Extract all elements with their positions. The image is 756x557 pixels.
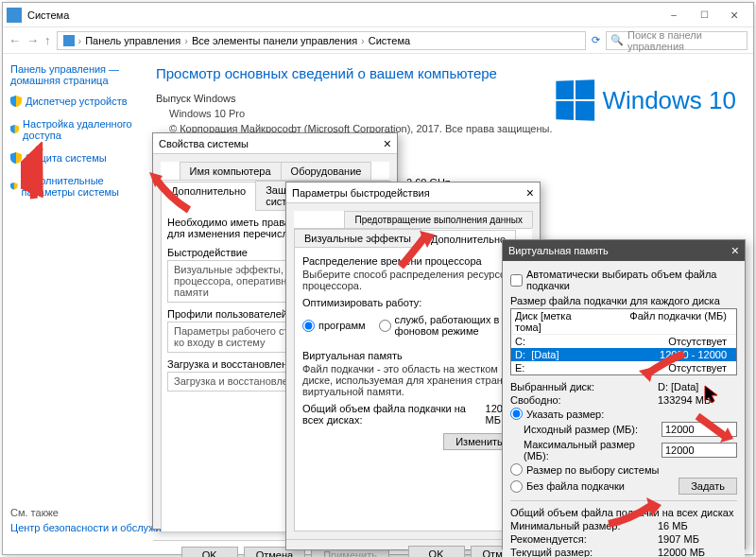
initial-label: Исходный размер (МБ): <box>524 424 656 435</box>
dialog-title: Свойства системы × <box>153 133 397 154</box>
close-button[interactable]: × <box>731 243 739 258</box>
windows-logo: Windows 10 <box>555 80 736 120</box>
monitor-icon <box>63 35 75 46</box>
free-label: Свободно: <box>510 394 652 406</box>
radio-label: Размер по выбору системы <box>526 464 659 476</box>
dialog-title: Параметры быстродействия × <box>286 183 540 203</box>
cur-value: 12000 МБ <box>658 547 705 557</box>
breadcrumb-item[interactable]: Система <box>369 35 410 46</box>
sidebar-item-remote[interactable]: Настройка удаленного доступа <box>10 114 137 145</box>
close-button[interactable]: × <box>526 185 534 200</box>
sidebar-link[interactable]: Диспетчер устройств <box>26 96 128 107</box>
disk-row[interactable]: C:Отсутствует <box>511 335 736 348</box>
disk-row[interactable]: D: [Data]12000 - 12000 <box>511 348 736 361</box>
search-placeholder: Поиск в панели управления <box>627 29 743 52</box>
radio-label: Указать размер: <box>526 409 604 420</box>
checkbox-label: Автоматически выбирать объем файла подка… <box>526 269 737 291</box>
rec-label: Рекомендуется: <box>510 533 652 545</box>
breadcrumb[interactable]: › Панель управления › Все элементы панел… <box>57 31 587 50</box>
shield-icon <box>10 96 22 107</box>
radio-none[interactable]: Без файла подкачки <box>510 480 679 493</box>
sched-label: Распределение времени процессора <box>302 255 524 267</box>
page-title: Просмотр основных сведений о вашем компь… <box>156 65 742 81</box>
sidebar-link[interactable]: Дополнительные параметры системы <box>22 175 137 198</box>
search-icon: 🔍 <box>610 34 624 46</box>
shield-icon <box>10 181 18 192</box>
col-page: Файл подкачки (МБ) <box>600 310 732 333</box>
virtual-memory-dialog: Виртуальная память × Автоматически выбир… <box>502 239 746 549</box>
rec-value: 1907 МБ <box>658 533 699 545</box>
sched-desc: Выберите способ распределения ресурсов п… <box>302 269 524 291</box>
radio-label: Без файла подкачки <box>526 480 625 492</box>
dialog-title-text: Виртуальная память <box>508 245 609 256</box>
toolbar: ← → ↑ › Панель управления › Все элементы… <box>3 27 753 54</box>
close-button[interactable]: × <box>384 136 391 151</box>
sidebar-header[interactable]: Панель управления — домашняя страница <box>10 63 137 86</box>
initial-input[interactable] <box>662 422 737 437</box>
window-icon <box>7 8 22 23</box>
back-button[interactable]: ← <box>9 33 21 47</box>
selected-value: D: [Data] <box>658 381 698 392</box>
auto-checkbox[interactable]: Автоматически выбирать объем файла подка… <box>510 269 737 291</box>
dialog-title: Виртуальная память × <box>503 240 745 261</box>
windows-logo-text: Windows 10 <box>602 86 736 115</box>
drive: C: <box>515 336 525 347</box>
tab-visual[interactable]: Визуальные эффекты <box>294 229 421 247</box>
titlebar: Система – ☐ × <box>3 3 753 27</box>
minimize-button[interactable]: – <box>659 5 689 26</box>
min-value: 16 МБ <box>658 520 688 531</box>
tab-advanced[interactable]: Дополнительно <box>161 182 256 211</box>
drive-label: [Data] <box>531 349 558 360</box>
search-input[interactable]: 🔍 Поиск в панели управления <box>606 31 747 50</box>
col-disk: Диск [метка тома] <box>515 310 600 333</box>
breadcrumb-item[interactable]: Все элементы панели управления <box>192 35 357 46</box>
vm-total-label: Общий объем файла подкачки на всех диска… <box>302 403 486 426</box>
sidebar-item-device-manager[interactable]: Диспетчер устройств <box>10 92 137 111</box>
radio-system[interactable]: Размер по выбору системы <box>510 463 737 476</box>
tab-dep[interactable]: Предотвращение выполнения данных <box>344 211 533 228</box>
radio-label: программ <box>318 320 366 331</box>
page: 12000 - 12000 <box>600 349 732 360</box>
ok-button[interactable]: OK <box>181 547 238 557</box>
total-header: Общий объем файла подкачки на всех диска… <box>510 507 737 518</box>
drive: D: <box>515 349 525 360</box>
radio-programs[interactable]: программ <box>302 314 366 337</box>
window-title: Система <box>27 9 659 21</box>
sidebar-item-protection[interactable]: Защита системы <box>10 148 137 167</box>
breadcrumb-item[interactable]: Панель управления <box>85 35 180 46</box>
sidebar-link[interactable]: Настройка удаленного доступа <box>23 118 137 141</box>
windows-logo-icon <box>557 79 595 121</box>
size-label: Размер файла подкачки для каждого диска <box>510 295 737 306</box>
tab-hardware[interactable]: Оборудование <box>281 162 372 180</box>
refresh-button[interactable]: ⟳ <box>592 34 600 46</box>
ok-button[interactable]: OK <box>408 546 465 557</box>
tab-computer-name[interactable]: Имя компьютера <box>180 162 282 180</box>
up-button[interactable]: ↑ <box>44 33 51 47</box>
selected-label: Выбранный диск: <box>510 381 652 392</box>
dialog-title-text: Параметры быстродействия <box>292 187 430 199</box>
disk-list[interactable]: Диск [метка тома]Файл подкачки (МБ) C:От… <box>510 308 737 375</box>
min-label: Минимальный размер: <box>510 520 652 531</box>
vm-label: Виртуальная память <box>302 350 524 361</box>
shield-icon <box>10 124 19 135</box>
disk-row[interactable]: E:Отсутствует <box>511 361 736 374</box>
radio-custom[interactable]: Указать размер: <box>510 408 737 420</box>
opt-label: Оптимизировать работу: <box>302 297 524 308</box>
maximize-button[interactable]: ☐ <box>689 5 719 26</box>
sidebar-item-advanced[interactable]: Дополнительные параметры системы <box>10 171 137 201</box>
drive: E: <box>515 362 524 374</box>
free-value: 133294 МБ <box>658 394 711 406</box>
sidebar-link[interactable]: Защита системы <box>26 152 107 164</box>
max-input[interactable] <box>662 443 737 458</box>
page: Отсутствует <box>600 336 732 347</box>
page: Отсутствует <box>600 362 732 374</box>
set-button[interactable]: Задать <box>679 478 737 495</box>
sidebar: Панель управления — домашняя страница Ди… <box>3 54 145 554</box>
close-button[interactable]: × <box>719 5 749 26</box>
forward-button[interactable]: → <box>26 33 39 47</box>
cur-label: Текущий размер: <box>510 547 652 557</box>
dialog-title-text: Свойства системы <box>159 138 249 149</box>
vm-desc: Файл подкачки - это область на жестком д… <box>302 363 524 397</box>
max-label: Максимальный размер (МБ): <box>524 439 656 461</box>
shield-icon <box>10 152 22 164</box>
